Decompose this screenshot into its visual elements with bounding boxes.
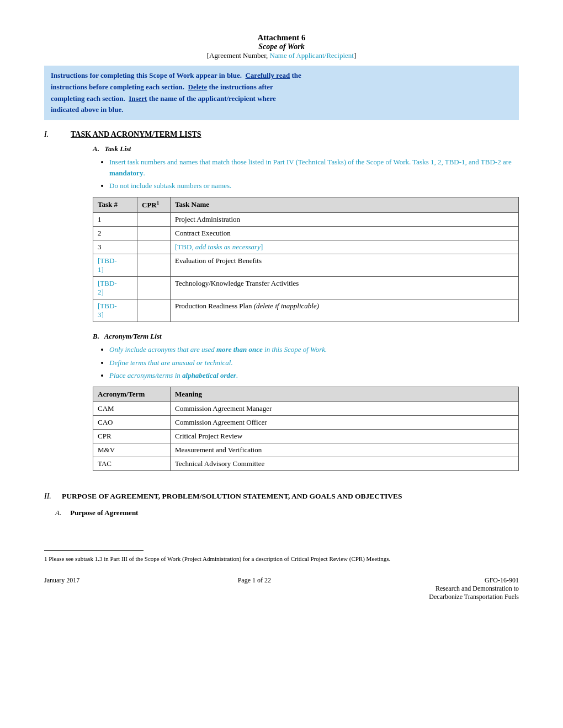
section-ii: II. PURPOSE OF AGREEMENT, PROBLEM/SOLUTI… bbox=[44, 492, 519, 501]
table-row: [TBD-3] Production Readiness Plan (delet… bbox=[93, 299, 519, 322]
section-ii-heading-label: PURPOSE OF AGREEMENT, PROBLEM/SOLUTION S… bbox=[62, 492, 402, 500]
table-row: 1 Project Administration bbox=[93, 213, 519, 227]
footer-center: Page 1 of 22 bbox=[238, 576, 271, 601]
task-name: [TBD, add tasks as necessary] bbox=[171, 240, 519, 254]
task-num: 3 bbox=[93, 240, 137, 254]
task-table: Task # CPR1 Task Name 1 Project Administ… bbox=[93, 197, 519, 322]
task-name: Project Administration bbox=[171, 213, 519, 227]
task-num: 1 bbox=[93, 213, 137, 227]
section-i-roman: I. bbox=[44, 130, 60, 480]
page-total: 22 bbox=[264, 576, 271, 584]
cpr-val bbox=[137, 213, 171, 227]
instruction-line3b: the name of the applicant/recipient wher… bbox=[147, 94, 276, 103]
applicant-link: Name of Applicant/Recipient bbox=[270, 51, 354, 60]
purpose-label: Purpose of Agreement bbox=[70, 508, 138, 517]
acronym-bullets: Only include acronyms that are used more… bbox=[109, 344, 519, 381]
instruction-line4: indicated above in blue. bbox=[51, 105, 123, 114]
purpose-letter: A. bbox=[55, 508, 61, 517]
attachment-subtitle: Scope of Work bbox=[44, 42, 519, 51]
cpr-col-header: CPR1 bbox=[137, 197, 171, 212]
table-row: CAO Commission Agreement Officer bbox=[93, 415, 519, 429]
instruction-line2b: the instructions after bbox=[207, 83, 273, 91]
task-name: Contract Execution bbox=[171, 227, 519, 240]
agreement-bracket-close: ] bbox=[354, 51, 356, 60]
taskname-col-header: Task Name bbox=[171, 197, 519, 212]
acronym-meaning: Measurement and Verification bbox=[171, 443, 519, 457]
footer-left: January 2017 bbox=[44, 576, 79, 601]
acronym-heading: B. Acronym/Term List bbox=[93, 332, 519, 341]
delete-word: Delete bbox=[188, 83, 208, 91]
footer-right: GFO-16-901 Research and Demonstration to… bbox=[429, 576, 519, 601]
table-row: TAC Technical Advisory Committee bbox=[93, 457, 519, 470]
table-row: CAM Commission Agreement Manager bbox=[93, 402, 519, 415]
page-header: Attachment 6 Scope of Work [Agreement Nu… bbox=[44, 33, 519, 60]
meaning-col-header: Meaning bbox=[171, 387, 519, 402]
acronym-meaning: Critical Project Review bbox=[171, 429, 519, 443]
task-name: Production Readiness Plan (delete if ina… bbox=[171, 299, 519, 322]
acronym-bullet-2-text: Define terms that are unusual or technic… bbox=[109, 358, 233, 367]
task-bullet-1-cyan: Insert task numbers and names that match… bbox=[109, 158, 512, 177]
section-ii-heading-text: PURPOSE OF AGREEMENT, PROBLEM/SOLUTION S… bbox=[62, 492, 402, 501]
task-list-bullets: Insert task numbers and names that match… bbox=[109, 157, 519, 191]
acronym-bullet-3: Place acronyms/terms in alphabetical ord… bbox=[109, 370, 519, 381]
instruction-the: the bbox=[290, 71, 301, 79]
footnote-divider bbox=[44, 550, 144, 551]
acronym-term: TAC bbox=[93, 457, 171, 470]
acronym-bullet-3-text: Place acronyms/terms in alphabetical ord… bbox=[109, 371, 238, 379]
section-ii-roman: II. bbox=[44, 492, 60, 501]
section-i: I. TASK AND ACRONYM/TERM LISTS A. Task L… bbox=[44, 130, 519, 480]
task-bullet-1: Insert task numbers and names that match… bbox=[109, 157, 519, 178]
task-num: [TBD-3] bbox=[93, 299, 137, 322]
table-row: CPR Critical Project Review bbox=[93, 429, 519, 443]
acronym-term: CAM bbox=[93, 402, 171, 415]
acronym-bullet-1-text: Only include acronyms that are used more… bbox=[109, 345, 327, 354]
acronym-bullet-1: Only include acronyms that are used more… bbox=[109, 344, 519, 355]
acronym-meaning: Technical Advisory Committee bbox=[171, 457, 519, 470]
agreement-bracket-open: [Agreement Number, bbox=[207, 51, 270, 60]
instruction-box: Instructions for completing this Scope o… bbox=[44, 66, 519, 120]
task-list-label: Task List bbox=[104, 144, 131, 153]
cpr-val bbox=[137, 277, 171, 299]
agreement-line: [Agreement Number, Name of Applicant/Rec… bbox=[44, 51, 519, 60]
footer-right-line1: GFO-16-901 bbox=[429, 576, 519, 585]
acronym-term: M&V bbox=[93, 443, 171, 457]
task-name: Technology/Knowledge Transfer Activities bbox=[171, 277, 519, 299]
task-list-subsection: A. Task List Insert task numbers and nam… bbox=[93, 144, 519, 322]
page-number: 1 bbox=[252, 576, 256, 584]
instruction-line1: Instructions for completing this Scope o… bbox=[51, 71, 245, 79]
acronym-label: Acronym/Term List bbox=[104, 332, 162, 340]
instruction-line2: instructions before completing each sect… bbox=[51, 83, 188, 91]
task-list-heading: A. Task List bbox=[93, 144, 519, 153]
cpr-val bbox=[137, 227, 171, 240]
task-num: [TBD-1] bbox=[93, 254, 137, 277]
insert-word: Insert bbox=[129, 94, 147, 103]
task-name: Evaluation of Project Benefits bbox=[171, 254, 519, 277]
table-row: 3 [TBD, add tasks as necessary] bbox=[93, 240, 519, 254]
task-bullet-2: Do not include subtask numbers or names. bbox=[109, 180, 519, 191]
acronym-table-header-row: Acronym/Term Meaning bbox=[93, 387, 519, 402]
acronym-meaning: Commission Agreement Manager bbox=[171, 402, 519, 415]
acronym-bullet-2: Define terms that are unusual or technic… bbox=[109, 357, 519, 368]
footnote-area: 1 Please see subtask 1.3 in Part III of … bbox=[44, 550, 519, 564]
acronym-meaning: Commission Agreement Officer bbox=[171, 415, 519, 429]
acronym-term: CAO bbox=[93, 415, 171, 429]
table-row: [TBD-1] Evaluation of Project Benefits bbox=[93, 254, 519, 277]
task-num: 2 bbox=[93, 227, 137, 240]
task-list-letter: A. bbox=[93, 144, 99, 153]
table-row: [TBD-2] Technology/Knowledge Transfer Ac… bbox=[93, 277, 519, 299]
acronym-subsection: B. Acronym/Term List Only include acrony… bbox=[93, 332, 519, 471]
section-i-heading: TASK AND ACRONYM/TERM LISTS bbox=[71, 130, 519, 139]
table-row: 2 Contract Execution bbox=[93, 227, 519, 240]
cpr-val bbox=[137, 240, 171, 254]
acronym-col-header: Acronym/Term bbox=[93, 387, 171, 402]
purpose-subsection: A. Purpose of Agreement bbox=[55, 508, 519, 517]
instruction-line3: completing each section. bbox=[51, 94, 129, 103]
carefully-read: Carefully read bbox=[245, 71, 290, 79]
task-table-header-row: Task # CPR1 Task Name bbox=[93, 197, 519, 212]
task-num: [TBD-2] bbox=[93, 277, 137, 299]
page-footer: January 2017 Page 1 of 22 GFO-16-901 Res… bbox=[44, 576, 519, 601]
acronym-table: Acronym/Term Meaning CAM Commission Agre… bbox=[93, 387, 519, 471]
acronym-letter: B. bbox=[93, 332, 99, 340]
purpose-heading: A. Purpose of Agreement bbox=[55, 508, 519, 517]
acronym-term: CPR bbox=[93, 429, 171, 443]
